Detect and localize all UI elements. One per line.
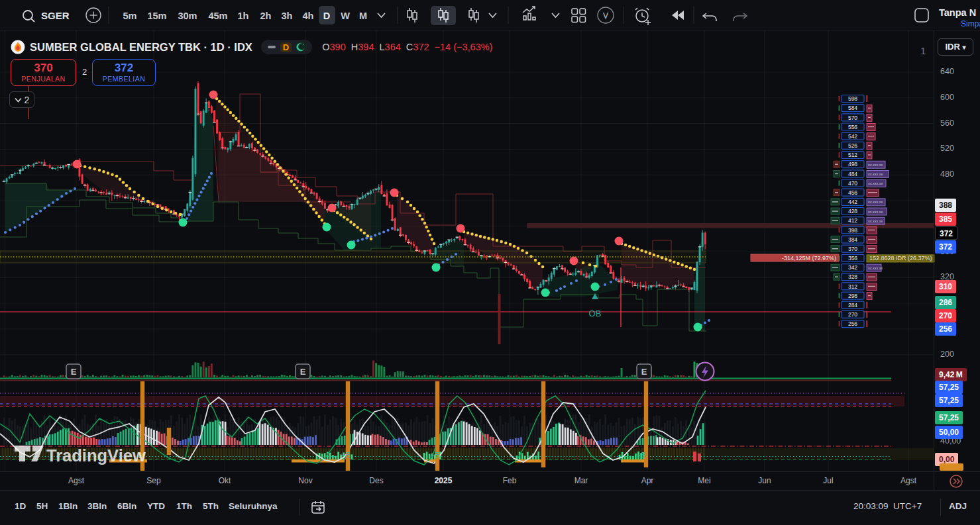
svg-text:342: 342 [848,264,857,271]
svg-text:W: W [341,11,350,21]
svg-text:298: 298 [848,293,857,299]
svg-text:SGER: SGER [41,10,70,21]
svg-text:xx.xxx.xx: xx.xxx.xx [868,266,883,270]
svg-text:584: 584 [848,105,857,111]
svg-text:+B: +B [431,451,440,459]
svg-text:-314,125M (72.97%): -314,125M (72.97%) [782,255,836,262]
svg-text:+B: +B [637,451,646,459]
svg-text:526: 526 [848,142,857,149]
svg-text:5m: 5m [123,11,137,21]
svg-text:xx.xxx.xx: xx.xxx.xx [868,219,883,223]
svg-text:370: 370 [848,246,857,252]
svg-text:xx.xxx.xx: xx.xxx.xx [868,200,883,204]
svg-text:152.8628 IDR (26.37%): 152.8628 IDR (26.37%) [869,255,932,262]
svg-text:30m: 30m [178,11,197,21]
svg-text:428: 428 [848,208,857,215]
svg-text:328: 328 [848,273,857,280]
svg-text:542: 542 [848,133,857,140]
svg-text:470: 470 [848,180,857,187]
svg-text:1h: 1h [238,11,249,21]
svg-text:284: 284 [848,302,857,309]
svg-text:2h: 2h [260,11,272,21]
svg-text:xx.xxx.xx: xx.xxx.xx [868,181,883,185]
svg-text:M: M [359,11,367,21]
svg-text:15m: 15m [147,11,166,21]
svg-text:398: 398 [848,227,857,234]
svg-text:E: E [71,367,77,377]
svg-text:D: D [323,11,330,21]
svg-text:270: 270 [848,311,857,318]
svg-text:356: 356 [848,255,857,262]
svg-text:V: V [603,11,608,21]
svg-text:598: 598 [848,95,857,102]
svg-text:1: 1 [920,45,926,56]
svg-text:512: 512 [848,152,857,158]
svg-text:xx.xxx.xx: xx.xxx.xx [868,210,883,214]
svg-text:312: 312 [848,283,857,290]
svg-text:45m: 45m [208,11,227,21]
svg-text:OB: OB [589,309,602,318]
svg-text:E: E [300,367,306,377]
svg-text:442: 442 [848,199,857,205]
svg-text:384: 384 [848,236,857,243]
svg-text:3h: 3h [282,11,293,21]
svg-text:4h: 4h [303,11,314,21]
svg-text:E: E [641,367,647,377]
svg-text:xx.xxx.xx: xx.xxx.xx [868,163,883,167]
svg-text:+B: +B [341,451,351,459]
svg-text:498: 498 [848,161,857,167]
svg-text:256: 256 [848,320,857,327]
svg-text:556: 556 [848,124,857,130]
svg-text:TradingView: TradingView [46,446,146,465]
svg-text:484: 484 [848,171,857,177]
svg-text:412: 412 [848,217,857,224]
svg-text:456: 456 [848,189,857,196]
svg-text:570: 570 [848,115,857,121]
svg-text:xx.xxx.xx: xx.xxx.xx [868,172,883,176]
